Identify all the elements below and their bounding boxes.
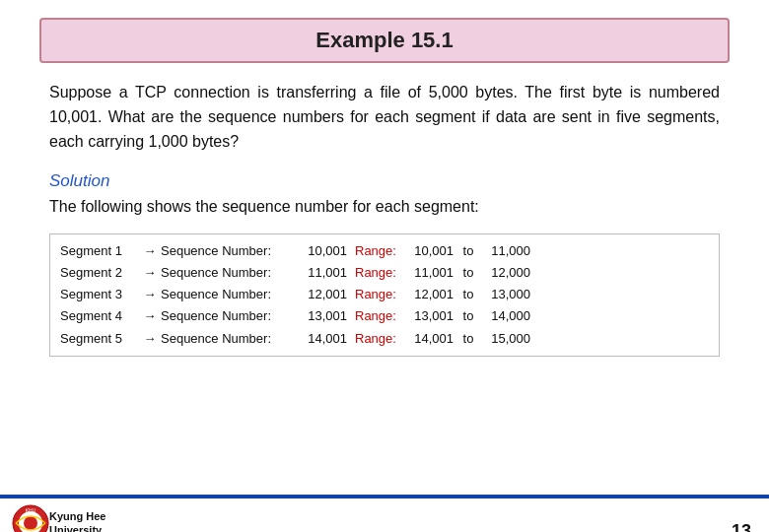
arrow-icon: → [139, 328, 161, 350]
svg-text:KHU: KHU [26, 507, 36, 513]
range-label: Range: [355, 305, 406, 327]
to-label: to [457, 328, 479, 350]
main-paragraph: Suppose a TCP connection is transferring… [49, 81, 720, 154]
seq-number-value: 12,001 [304, 284, 355, 305]
range-end: 15,000 [479, 328, 530, 350]
table-row: Segment 3 → Sequence Number: 12,001 Rang… [60, 284, 709, 305]
seq-number-label: Sequence Number: [161, 328, 304, 350]
to-label: to [457, 284, 479, 305]
seq-number-value: 11,001 [304, 262, 355, 284]
slide-title: Example 15.1 [315, 28, 453, 52]
table-row: Segment 5 → Sequence Number: 14,001 Rang… [60, 328, 709, 350]
range-label: Range: [355, 262, 406, 284]
range-start: 11,001 [406, 262, 457, 284]
segment-name: Segment 3 [60, 284, 139, 305]
svg-point-2 [24, 516, 37, 530]
range-end: 13,000 [479, 284, 530, 305]
table-row: Segment 2 → Sequence Number: 11,001 Rang… [60, 262, 709, 284]
footer-logo-area: KHU Kyung Hee University [0, 497, 117, 532]
slide: Example 15.1 Suppose a TCP connection is… [0, 18, 769, 532]
content-area: Suppose a TCP connection is transferring… [0, 81, 769, 357]
university-name: Kyung Hee University [49, 509, 105, 532]
range-start: 12,001 [406, 284, 457, 305]
table-row: Segment 1 → Sequence Number: 10,001 Rang… [60, 240, 709, 262]
range-label: Range: [355, 328, 406, 350]
range-label: Range: [355, 284, 406, 305]
range-end: 14,000 [479, 305, 530, 327]
seq-number-value: 13,001 [304, 305, 355, 327]
solution-text: The following shows the sequence number … [49, 195, 720, 220]
segment-name: Segment 1 [60, 240, 139, 262]
seq-number-label: Sequence Number: [161, 262, 304, 284]
seq-number-value: 10,001 [304, 240, 355, 262]
range-start: 10,001 [406, 240, 457, 262]
arrow-icon: → [139, 284, 161, 305]
segment-name: Segment 2 [60, 262, 139, 284]
range-end: 11,000 [479, 240, 530, 262]
range-label: Range: [355, 240, 406, 262]
to-label: to [457, 262, 479, 284]
range-end: 12,000 [479, 262, 530, 284]
page-number: 13 [714, 513, 769, 532]
seq-number-value: 14,001 [304, 328, 355, 350]
arrow-icon: → [139, 240, 161, 262]
solution-label: Solution [49, 171, 720, 191]
segments-table: Segment 1 → Sequence Number: 10,001 Rang… [49, 233, 720, 356]
title-bar: Example 15.1 [39, 18, 730, 63]
table-row: Segment 4 → Sequence Number: 13,001 Rang… [60, 305, 709, 327]
seq-number-label: Sequence Number: [161, 240, 304, 262]
seq-number-label: Sequence Number: [161, 284, 304, 305]
footer: KHU Kyung Hee University 13 [0, 497, 769, 532]
segment-name: Segment 4 [60, 305, 139, 327]
seq-number-label: Sequence Number: [161, 305, 304, 327]
arrow-icon: → [139, 305, 161, 327]
range-start: 13,001 [406, 305, 457, 327]
arrow-icon: → [139, 262, 161, 284]
segment-name: Segment 5 [60, 328, 139, 350]
to-label: to [457, 305, 479, 327]
university-logo: KHU [12, 504, 49, 532]
to-label: to [457, 240, 479, 262]
range-start: 14,001 [406, 328, 457, 350]
